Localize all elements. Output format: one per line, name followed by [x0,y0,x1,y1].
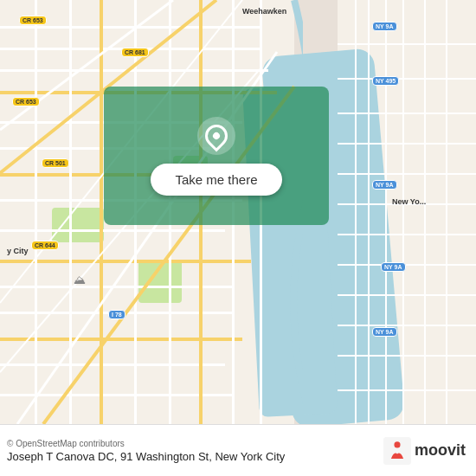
nyc-road [338,294,476,296]
road [0,26,260,29]
take-me-there-button[interactable]: Take me there [151,164,281,196]
jerseycity-label: y City [7,247,29,255]
nyc-road [338,264,476,266]
road-badge-ny9a-4: NY 9A [372,327,397,337]
location-overlay: Take me there [104,87,329,225]
road-badge-cr681: CR 681 [121,48,149,57]
nyc-road [338,355,476,357]
moovit-text: moovit [415,441,466,460]
nyc-road [338,325,476,326]
road-badge-ny9a-1: NY 9A [372,22,397,31]
footer: © OpenStreetMap contributors Joseph T Ca… [0,424,476,476]
nyc-road [338,389,476,391]
osm-credit: © OpenStreetMap contributors [7,439,285,448]
svg-rect-6 [383,437,411,465]
footer-left: © OpenStreetMap contributors Joseph T Ca… [7,439,285,463]
road-badge-ny9a-3: NY 9A [381,262,406,272]
map-container: CR 653 CR 681 CR 653 CR 501 CR 644 NY 9A… [0,0,476,424]
location-pin-icon [201,119,233,151]
nyc-road [385,0,387,424]
newyork-label: New Yo... [392,197,426,206]
svg-point-7 [394,441,400,447]
nyc-road [368,0,370,424]
location-title: Joseph T Canova DC, 91 Washington St, Ne… [7,450,285,463]
road [0,229,225,232]
road [69,0,72,424]
road-badge-cr653-2: CR 653 [12,97,40,106]
location-pin-container [197,117,235,155]
nyc-road [355,0,357,424]
moovit-logo: moovit [383,437,466,465]
nyc-road [424,0,426,424]
road-badge-cr644: CR 644 [31,241,59,250]
road-yellow [100,0,103,424]
terrain-symbol: ⛰ [74,273,86,286]
park-area [52,208,104,242]
nyc-road [338,43,476,45]
road-badge-ny495: NY 495 [372,76,399,86]
road-badge-cr653: CR 653 [19,16,47,25]
road [35,0,37,424]
nyc-road [338,78,476,80]
nyc-road [338,234,476,235]
weehawken-label: Weehawken [242,7,286,16]
moovit-icon [383,437,411,465]
park-area [138,260,182,303]
nyc-road [446,0,447,424]
nyc-road [338,113,476,114]
nyc-road [338,173,476,175]
road-badge-i78: I 78 [108,310,125,319]
nyc-road [402,0,404,424]
road [0,363,225,366]
road-yellow [0,260,251,263]
road-badge-cr501: CR 501 [42,158,69,168]
road-badge-ny9a-2: NY 9A [372,180,397,190]
nyc-road [338,143,476,145]
